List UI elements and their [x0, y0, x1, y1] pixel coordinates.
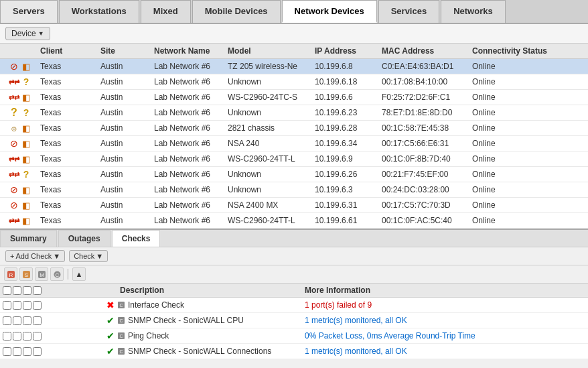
row-icons: ⊘ ◧: [0, 138, 40, 149]
check-cb-4[interactable]: [33, 332, 42, 341]
device-menu-button[interactable]: Device ▼: [5, 27, 50, 40]
check-cb-1[interactable]: [3, 301, 11, 310]
row-mac: 00:17:C5:7C:70:3D: [382, 200, 472, 210]
cube-icon: ◧: [21, 61, 31, 72]
row-site: Austin: [100, 185, 154, 194]
check-info-link[interactable]: 1 metric(s) monitored, all OK: [305, 316, 407, 325]
add-check-button[interactable]: + Add Check ▼: [5, 250, 65, 262]
table-row[interactable]: ⇄⇄ ◧ Texas Austin Lab Network #6 WS-C296…: [0, 90, 588, 105]
filter-icon-2[interactable]: S: [19, 267, 33, 281]
table-row[interactable]: ⇄⇄ ? Texas Austin Lab Network #6 Unknown…: [0, 167, 588, 182]
check-cb-2[interactable]: [13, 316, 21, 325]
bottom-tab-summary[interactable]: Summary: [0, 230, 57, 247]
checks-cb-4[interactable]: [33, 286, 42, 295]
row-client: Texas: [40, 200, 100, 210]
bottom-panel: Summary Outages Checks + Add Check ▼ Che…: [0, 229, 588, 359]
table-row[interactable]: ⌾ ◧ Texas Austin Lab Network #6 2821 cha…: [0, 121, 588, 136]
check-info-link[interactable]: 0% Packet Loss, 0ms Average Round-Trip T…: [305, 331, 475, 341]
check-row-info[interactable]: 0% Packet Loss, 0ms Average Round-Trip T…: [305, 331, 588, 341]
device-label: Device: [11, 29, 36, 38]
check-row-cbs: [0, 316, 104, 325]
check-row-info[interactable]: 1 metric(s) monitored, all OK: [305, 347, 588, 356]
checks-select-all[interactable]: [3, 286, 11, 295]
bottom-tab-checks[interactable]: Checks: [112, 230, 161, 247]
row-client: Texas: [40, 62, 100, 71]
table-row[interactable]: ? ? Texas Austin Lab Network #6 Unknown …: [0, 105, 588, 121]
row-ip: 10.199.6.3: [315, 185, 382, 194]
status-fail-icon: ✖: [106, 300, 115, 310]
checks-cb-3[interactable]: [23, 286, 31, 295]
check-row[interactable]: ✔ C Ping Check 0% Packet Loss, 0ms Avera…: [0, 328, 588, 344]
check-row[interactable]: ✔ C SNMP Check - SonicWALL CPU 1 metric(…: [0, 313, 588, 328]
checks-filter-row: R S M C ▲: [0, 265, 588, 284]
check-info-link[interactable]: 1 port(s) failed of 9: [305, 300, 372, 310]
tab-mixed[interactable]: Mixed: [141, 0, 191, 23]
col-header-client[interactable]: Client: [40, 46, 100, 56]
check-cb-3[interactable]: [23, 332, 31, 341]
row-status: Online: [472, 139, 553, 148]
tab-networks[interactable]: Networks: [441, 0, 506, 23]
table-row[interactable]: ⊘ ◧ Texas Austin Lab Network #6 TZ 205 w…: [0, 59, 588, 74]
tab-network-devices[interactable]: Network Devices: [282, 0, 377, 23]
separator: [68, 269, 68, 280]
table-row[interactable]: ⇄⇄ ◧ Texas Austin Lab Network #6 WS-C296…: [0, 151, 588, 167]
check-cb-3[interactable]: [23, 301, 31, 310]
row-model: NSA 2400 MX: [228, 200, 315, 210]
check-cb-4[interactable]: [33, 347, 42, 356]
table-row[interactable]: ⊘ ◧ Texas Austin Lab Network #6 NSA 240 …: [0, 136, 588, 151]
row-status: Online: [472, 170, 553, 179]
table-row[interactable]: ⇄⇄ ? Texas Austin Lab Network #6 Unknown…: [0, 74, 588, 90]
table-row[interactable]: ⇄⇄ ◧ Texas Austin Lab Network #6 WS-C296…: [0, 213, 588, 229]
row-mac: 00:24:DC:03:28:00: [382, 185, 472, 194]
sort-up-icon[interactable]: ▲: [72, 267, 86, 281]
check-row[interactable]: ✔ C SNMP Check - SonicWALL Connections 1…: [0, 344, 588, 359]
check-cb-2[interactable]: [13, 347, 21, 356]
filter-icon-1[interactable]: R: [4, 267, 17, 281]
check-cb-4[interactable]: [33, 301, 42, 310]
main-tabs: Servers Workstations Mixed Mobile Device…: [0, 0, 588, 24]
col-header-status[interactable]: Connectivity Status: [472, 46, 553, 56]
check-cb-2[interactable]: [13, 301, 21, 310]
row-icons: ⇄⇄ ◧: [0, 92, 40, 103]
row-model: WS-C2960-24TT-L: [228, 216, 315, 225]
check-cb-1[interactable]: [3, 347, 11, 356]
col-header-icon: [0, 46, 40, 56]
row-model: 2821 chassis: [228, 123, 315, 133]
cube-icon: ◧: [21, 123, 31, 133]
row-site: Austin: [100, 108, 154, 117]
check-row[interactable]: ✖ C Interface Check 1 port(s) failed of …: [0, 298, 588, 313]
check-row-info[interactable]: 1 port(s) failed of 9: [305, 300, 588, 310]
row-site: Austin: [100, 77, 154, 86]
tab-servers[interactable]: Servers: [0, 0, 58, 23]
check-cb-4[interactable]: [33, 316, 42, 325]
table-row[interactable]: ⊘ ◧ Texas Austin Lab Network #6 NSA 2400…: [0, 198, 588, 213]
table-row[interactable]: ⊘ ◧ Texas Austin Lab Network #6 Unknown …: [0, 182, 588, 198]
col-header-site[interactable]: Site: [100, 46, 154, 56]
check-cb-1[interactable]: [3, 316, 11, 325]
filter-icon-3[interactable]: M: [35, 267, 48, 281]
row-icons: ? ?: [0, 107, 40, 118]
switch-icon: ⇄⇄: [9, 92, 19, 103]
col-header-mac[interactable]: MAC Address: [382, 46, 472, 56]
check-cb-1[interactable]: [3, 332, 11, 341]
check-row-name: C Ping Check: [117, 331, 305, 341]
check-cb-3[interactable]: [23, 347, 31, 356]
col-header-netname[interactable]: Network Name: [154, 46, 228, 56]
row-client: Texas: [40, 123, 100, 133]
check-cb-3[interactable]: [23, 316, 31, 325]
check-info-link[interactable]: 1 metric(s) monitored, all OK: [305, 347, 407, 356]
row-network: Lab Network #6: [154, 93, 228, 102]
row-status: Online: [472, 154, 553, 164]
tab-mobile-devices[interactable]: Mobile Devices: [192, 0, 281, 23]
check-button[interactable]: Check ▼: [69, 250, 108, 262]
tab-services[interactable]: Services: [378, 0, 440, 23]
filter-icon-4[interactable]: C: [50, 267, 64, 281]
check-cb-2[interactable]: [13, 332, 21, 341]
col-header-model[interactable]: Model: [228, 46, 315, 56]
bottom-tab-outages[interactable]: Outages: [58, 230, 111, 247]
col-header-ip[interactable]: IP Address: [315, 46, 382, 56]
tab-workstations[interactable]: Workstations: [59, 0, 139, 23]
checks-cb-2[interactable]: [13, 286, 21, 295]
checks-cb-col: [0, 286, 104, 295]
check-row-info[interactable]: 1 metric(s) monitored, all OK: [305, 316, 588, 325]
